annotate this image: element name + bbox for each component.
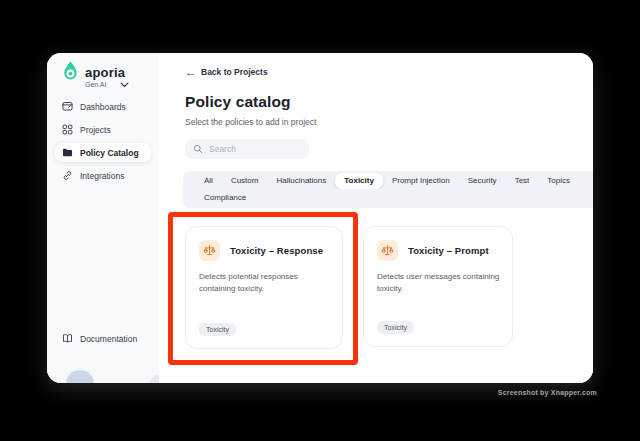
card-description: Detects user messages containing toxicit… (377, 271, 505, 296)
sidebar-item-label: Documentation (80, 334, 137, 344)
search-box[interactable] (185, 139, 309, 159)
card-title: Toxicity – Response (230, 245, 323, 256)
filter-tabs-row-1: All Custom Hallucinations Toxicity Promp… (195, 173, 593, 189)
card-description: Detects potential responses containing t… (199, 271, 333, 296)
sidebar-item-integrations[interactable]: Integrations (55, 166, 151, 185)
brand-name: aporia (85, 65, 129, 80)
tab-hallucinations[interactable]: Hallucinations (267, 173, 335, 189)
scales-icon (199, 240, 220, 261)
sidebar-item-label: Projects (80, 125, 111, 135)
policy-card-toxicity-response[interactable]: Toxicity – Response Detects potential re… (185, 226, 343, 349)
sidebar-item-label: Dashboards (80, 102, 126, 112)
tab-test[interactable]: Test (506, 173, 539, 189)
tab-prompt-injection[interactable]: Prompt Injection (383, 173, 459, 189)
dashboards-icon (62, 101, 73, 112)
filter-tabs-row-2: Compliance (195, 190, 593, 206)
page-title: Policy catalog (185, 93, 593, 111)
tab-all[interactable]: All (195, 173, 222, 189)
sidebar-item-label: Policy Catalog (80, 148, 139, 158)
page-subtitle: Select the policies to add in project (185, 117, 593, 127)
sidebar-nav: Dashboards Projects Policy Catalog (47, 97, 159, 185)
arrow-left-icon: ← (185, 68, 196, 76)
back-link-label: Back to Projects (201, 67, 268, 77)
xnapper-watermark: Screenshot by Xnapper.com (498, 389, 597, 396)
tab-toxicity[interactable]: Toxicity (335, 173, 383, 189)
tab-compliance[interactable]: Compliance (195, 190, 255, 206)
scales-icon (377, 240, 398, 261)
screenshot-stage: aporia Gen AI Dashboards (0, 0, 640, 441)
policy-card-toxicity-prompt[interactable]: Toxicity – Prompt Detects user messages … (363, 226, 513, 347)
integrations-icon (62, 170, 73, 181)
card-tag-toxicity: Toxicity (377, 321, 414, 334)
workspace-switcher[interactable]: aporia Gen AI (47, 53, 159, 88)
sidebar-item-projects[interactable]: Projects (55, 120, 151, 139)
tab-topics[interactable]: Topics (538, 173, 579, 189)
tab-security[interactable]: Security (459, 173, 506, 189)
sidebar-item-dashboards[interactable]: Dashboards (55, 97, 151, 116)
workspace-name: Gen AI (85, 81, 106, 88)
main-content: ← Back to Projects Policy catalog Select… (159, 53, 593, 383)
tab-custom[interactable]: Custom (222, 173, 268, 189)
sidebar-item-documentation[interactable]: Documentation (55, 329, 151, 348)
card-tag-toxicity: Toxicity (199, 323, 236, 336)
filter-tabs-bar: All Custom Hallucinations Toxicity Promp… (183, 171, 593, 208)
projects-icon (62, 124, 73, 135)
sidebar: aporia Gen AI Dashboards (47, 53, 159, 383)
book-icon (62, 333, 73, 344)
aporia-logo-icon (62, 65, 79, 76)
back-to-projects-link[interactable]: ← Back to Projects (185, 67, 268, 77)
policy-cards: Toxicity – Response Detects potential re… (185, 226, 593, 349)
card-title: Toxicity – Prompt (408, 245, 489, 256)
sidebar-item-label: Integrations (80, 171, 124, 181)
user-avatar[interactable] (66, 370, 94, 383)
sidebar-item-policy-catalog[interactable]: Policy Catalog (55, 143, 151, 162)
search-icon (193, 144, 203, 154)
folder-icon (62, 147, 73, 158)
search-input[interactable] (209, 144, 299, 154)
chevron-down-icon[interactable] (120, 82, 129, 88)
app-window: aporia Gen AI Dashboards (47, 53, 593, 383)
